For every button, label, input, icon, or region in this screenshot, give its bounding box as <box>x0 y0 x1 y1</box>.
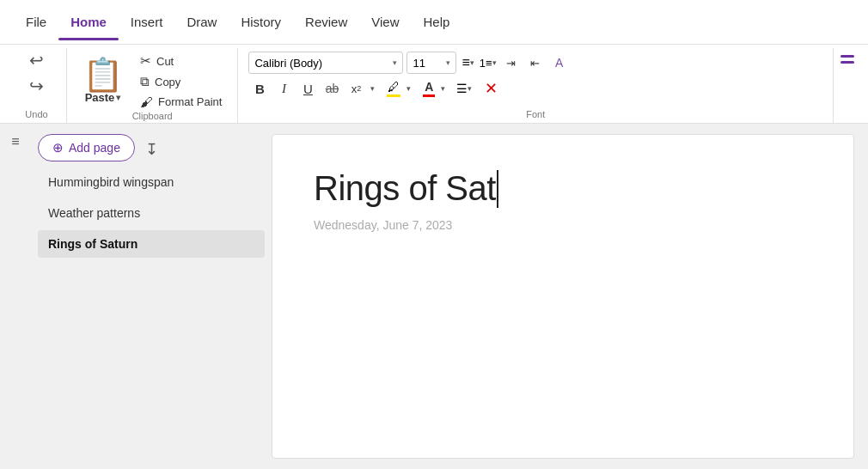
indent-increase-icon: ⇥ <box>506 57 516 70</box>
undo-section: ↩ ↪ Undo <box>7 48 67 123</box>
align-button[interactable]: ☰ ▾ <box>455 82 474 95</box>
align-icon: ☰ <box>456 82 468 95</box>
paste-label-row: Paste ▾ <box>85 91 121 104</box>
font-label: Font <box>248 109 822 123</box>
cursor <box>497 170 498 208</box>
underline-button[interactable]: U <box>296 77 319 100</box>
font-row1: Calibri (Body) ▾ 11 ▾ ≡ ▾ 1≡ ▾ ⇥ <box>248 52 822 74</box>
font-section: Calibri (Body) ▾ 11 ▾ ≡ ▾ 1≡ ▾ ⇥ <box>238 48 834 123</box>
styles-button[interactable]: A <box>548 52 571 74</box>
ribbon-right-section <box>834 48 861 123</box>
numbered-list-button[interactable]: 1≡ ▾ <box>478 57 498 70</box>
content-area: Rings of Sat Wednesday, June 7, 2023 <box>272 134 854 459</box>
hamburger-menu-button[interactable]: ≡ <box>11 134 19 149</box>
clipboard-section: 📋 Paste ▾ ✂ Cut ⧉ Copy 🖌 Format Pa <box>67 48 238 123</box>
font-family-value: Calibri (Body) <box>254 57 322 70</box>
font-size-value: 11 <box>413 57 425 70</box>
page-title[interactable]: Rings of Sat <box>314 169 812 208</box>
bullet-list-icon: ≡ <box>462 55 469 70</box>
font-color-button[interactable]: A <box>420 78 437 99</box>
paste-label: Paste <box>85 91 115 104</box>
add-page-button[interactable]: ⊕ Add page <box>38 134 135 161</box>
menu-view[interactable]: View <box>359 9 411 34</box>
add-page-row: ⊕ Add page ↧ <box>38 134 265 165</box>
format-paint-icon: 🖌 <box>140 94 153 109</box>
undo-buttons: ↩ ↪ <box>24 48 49 98</box>
copy-label: Copy <box>155 76 180 88</box>
page-title-text: Rings of Sat <box>314 169 496 208</box>
cut-button[interactable]: ✂ Cut <box>135 52 227 70</box>
page-item-rings[interactable]: Rings of Saturn <box>38 230 265 258</box>
collapse-bar: ≡ <box>0 124 31 469</box>
font-color-bar <box>423 94 435 97</box>
font-size-select[interactable]: 11 ▾ <box>406 52 456 74</box>
add-page-icon: ⊕ <box>52 140 64 155</box>
redo-button[interactable]: ↪ <box>24 74 49 98</box>
highlight-arrow-button[interactable]: ▾ <box>405 84 413 93</box>
styles-icon: A <box>555 56 563 70</box>
font-size-arrow: ▾ <box>446 58 450 67</box>
menu-home[interactable]: Home <box>58 9 119 34</box>
copy-icon: ⧉ <box>140 74 150 89</box>
font-row2: B I U ab x2 ▾ 🖊 ▾ A ▾ <box>248 77 822 100</box>
clipboard-top: 📋 Paste ▾ ✂ Cut ⧉ Copy 🖌 Format Pa <box>77 52 227 111</box>
cut-icon: ✂ <box>140 53 151 69</box>
clipboard-actions: ✂ Cut ⧉ Copy 🖌 Format Paint <box>135 52 227 111</box>
indent-increase-button[interactable]: ⇥ <box>500 52 523 74</box>
page-item-hummingbird[interactable]: Hummingbird wingspan <box>38 168 265 196</box>
menu-insert[interactable]: Insert <box>119 9 175 34</box>
copy-button[interactable]: ⧉ Copy <box>135 72 227 91</box>
page-date: Wednesday, June 7, 2023 <box>314 218 812 232</box>
font-color-arrow-button[interactable]: ▾ <box>439 84 447 93</box>
subscript-button[interactable]: x2 <box>345 77 367 100</box>
menu-draw[interactable]: Draw <box>174 9 229 34</box>
highlight-button[interactable]: 🖊 <box>384 78 403 99</box>
format-paint-button[interactable]: 🖌 Format Paint <box>135 93 227 111</box>
undo-label: Undo <box>25 109 47 123</box>
bullet-list-button[interactable]: ≡ ▾ <box>460 55 475 70</box>
numbered-list-icon: 1≡ <box>480 57 492 70</box>
align-dropdown-arrow: ▾ <box>468 84 472 93</box>
font-color-icon: A <box>425 80 433 94</box>
menu-history[interactable]: History <box>229 9 293 34</box>
subscript-2: 2 <box>357 84 361 93</box>
undo-button[interactable]: ↩ <box>24 48 49 72</box>
italic-button[interactable]: I <box>272 77 295 100</box>
right-lines <box>840 52 854 64</box>
menu-file[interactable]: File <box>14 9 58 34</box>
page-item-weather[interactable]: Weather patterns <box>38 199 265 227</box>
font-family-select[interactable]: Calibri (Body) ▾ <box>248 52 403 74</box>
clear-format-button[interactable]: ✕ <box>481 77 501 100</box>
format-paint-label: Format Paint <box>158 95 222 108</box>
menu-help[interactable]: Help <box>412 9 462 34</box>
pages-panel: ⊕ Add page ↧ Hummingbird wingspan Weathe… <box>31 124 272 469</box>
right-line-2 <box>840 61 854 64</box>
numbered-list-arrow: ▾ <box>492 58 497 67</box>
body-area: ≡ ⊕ Add page ↧ Hummingbird wingspan Weat… <box>0 124 868 469</box>
strikethrough-button[interactable]: ab <box>321 77 343 100</box>
font-family-arrow: ▾ <box>393 58 397 67</box>
list-buttons: ≡ ▾ 1≡ ▾ ⇥ ⇤ A <box>460 52 570 74</box>
highlight-color-bar <box>387 94 400 97</box>
subscript-dropdown-arrow: ▾ <box>370 84 375 93</box>
clipboard-label: Clipboard <box>77 111 227 125</box>
bullet-list-arrow: ▾ <box>470 58 474 67</box>
font-color-dropdown-arrow: ▾ <box>441 84 445 93</box>
paste-button[interactable]: 📋 Paste ▾ <box>77 57 128 106</box>
indent-decrease-icon: ⇤ <box>530 57 540 70</box>
paste-chevron-icon: ▾ <box>116 93 120 102</box>
highlight-dropdown-arrow: ▾ <box>406 84 411 93</box>
add-page-label: Add page <box>69 141 120 155</box>
menu-review[interactable]: Review <box>293 9 359 34</box>
subscript-arrow-button[interactable]: ▾ <box>369 84 376 93</box>
paste-icon: 📋 <box>83 58 123 91</box>
menu-bar: File Home Insert Draw History Review Vie… <box>0 0 868 45</box>
cut-label: Cut <box>156 55 174 68</box>
sort-pages-button[interactable]: ↧ <box>142 137 162 162</box>
right-line-1 <box>840 55 854 58</box>
bold-button[interactable]: B <box>248 77 271 100</box>
ribbon: ↩ ↪ Undo 📋 Paste ▾ ✂ Cut ⧉ <box>0 45 868 124</box>
indent-decrease-button[interactable]: ⇤ <box>524 52 547 74</box>
highlight-icon: 🖊 <box>388 80 400 94</box>
